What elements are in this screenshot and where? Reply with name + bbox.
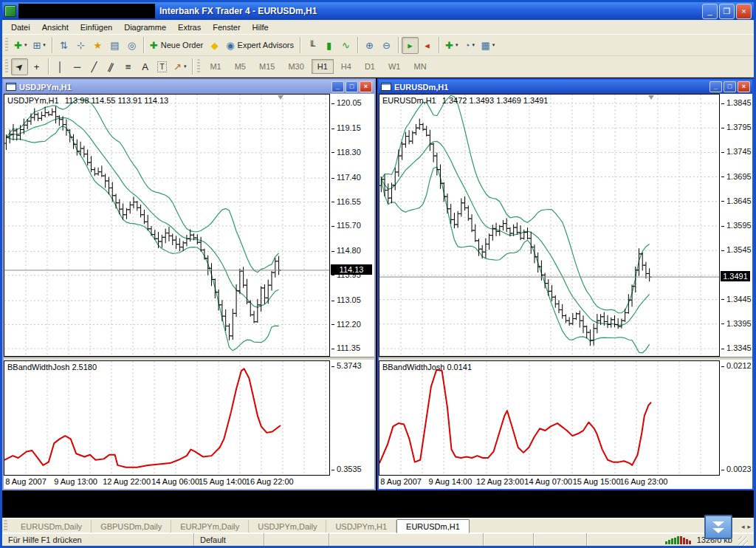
chart-window-eurusdm-h1[interactable]: EURUSDm,H1_□×EURUSDm,H11.3472 1.3493 1.3… [377,78,754,490]
periods-button[interactable]: ◔▾ [461,37,478,54]
chart-window-titlebar[interactable]: EURUSDm,H1_□× [379,80,752,94]
close-button[interactable]: × [736,4,752,19]
status-segment-1 [264,533,329,546]
zoom-out-icon: ⊖ [382,41,391,50]
resize-grip[interactable] [738,536,748,546]
timeframe-d1-button[interactable]: D1 [359,59,381,74]
timeframe-m5-button[interactable]: M5 [229,59,252,74]
timeframe-m30-button[interactable]: M30 [282,59,309,74]
neue-order-button[interactable]: ✚Neue Order [147,37,206,54]
chart-close-button[interactable]: × [738,81,750,92]
toolbar-grip[interactable] [197,59,200,74]
line-chart-button[interactable]: ∿ [337,37,354,54]
chart-close-button[interactable]: × [360,81,372,92]
trendline-button[interactable]: ╱ [86,58,103,75]
tab-eurusdm-h1[interactable]: EURUSDm,H1 [396,519,470,533]
menu-einf-gen[interactable]: Einfügen [75,21,118,33]
time-axis-label: 8 Aug 2007 [5,477,47,486]
price-tick-label: 1.3845 [721,98,752,107]
menu-fenster[interactable]: Fenster [207,21,246,33]
navigator-button[interactable]: ★ [89,37,106,54]
status-profile[interactable]: Default [193,533,264,546]
indicator-plot[interactable]: BBandWidthJosh 2.5180 [4,360,330,476]
price-plot[interactable]: EURUSDm,H11.3472 1.3493 1.3469 1.3491 [379,94,720,357]
tab-eurusdm-daily[interactable]: EURUSDm,Daily [12,520,92,532]
horizontal-line-icon: ─ [74,62,80,72]
indicator-chart-svg[interactable] [379,361,719,475]
price-plot[interactable]: USDJPYm,H1113.98 114.55 113.91 114.13 [4,94,330,357]
auto-scroll-button[interactable]: ▸ [402,37,419,54]
vertical-line-button[interactable]: │ [52,58,69,75]
scroll-down-overlay-icon[interactable] [704,515,732,539]
profiles-button[interactable]: ⊞▾ [30,37,48,54]
toolbar-grip[interactable] [5,38,8,52]
expert-advisors-label: Expert Advisors [238,41,294,49]
restore-button[interactable]: ❐ [719,4,735,19]
tabbar-grip[interactable] [4,520,7,532]
chart-window-usdjpym-h1[interactable]: USDJPYm,H1_□×USDJPYm,H1113.98 114.55 113… [2,78,376,490]
terminal-button[interactable]: ▤ [106,37,123,54]
indicator-plot[interactable]: BBandWidthJosh 0.0141 [379,360,720,476]
zoom-out-button[interactable]: ⊖ [378,37,395,54]
tab-usdjpym-h1[interactable]: USDJPYm,H1 [326,520,396,532]
zoom-in-button[interactable]: ⊕ [361,37,378,54]
menu-hilfe[interactable]: Hilfe [247,21,275,33]
chart-maximize-button[interactable]: □ [346,81,358,92]
toolbar-separator [300,37,300,53]
crosshair-button[interactable]: + [28,58,45,75]
price-chart-svg[interactable] [4,95,329,356]
timeframe-mn-button[interactable]: MN [408,59,432,74]
chart-legend: EURUSDm,H11.3472 1.3493 1.3469 1.3491 [382,96,548,105]
auto-scroll-icon: ▸ [408,41,413,50]
market-watch-button[interactable]: ⇅ [55,37,72,54]
timeframe-m15-button[interactable]: M15 [253,59,281,74]
warning-diamond-button[interactable]: ◆ [206,37,223,54]
menu-diagramme[interactable]: Diagramme [118,21,172,33]
arrows-button[interactable]: ↗▾ [171,58,189,75]
timeframe-h1-button[interactable]: H1 [312,59,334,74]
templates-button[interactable]: ▦▾ [478,37,498,54]
chart-minimize-button[interactable]: _ [331,81,344,92]
tabs-scroll-right-button[interactable]: ▸ [747,523,751,530]
data-window-button[interactable]: ⊹ [72,37,89,54]
title-bar[interactable]: Interbank FX Trader 4 - EURUSDm,H1 _ ❐ × [2,2,754,20]
indicators-button[interactable]: ✚▾ [442,37,461,54]
toolbar-grip[interactable] [5,59,8,74]
neue-order-label: Neue Order [161,41,203,49]
price-tick-label: 1.3595 [721,221,752,230]
timeframe-h4-button[interactable]: H4 [335,59,357,74]
menu-extras[interactable]: Extras [172,21,207,33]
chart-minimize-button[interactable]: _ [709,81,722,92]
chart-shift-button[interactable]: ◂ [419,37,436,54]
minimize-button[interactable]: _ [702,4,718,19]
price-chart-svg[interactable] [379,95,719,356]
tab-eurjpym-daily[interactable]: EURJPYm,Daily [171,520,249,532]
timeframe-w1-button[interactable]: W1 [382,59,407,74]
expert-advisors-button[interactable]: ◉Expert Advisors [223,37,297,54]
fibonacci-button[interactable]: ≡ [120,58,137,75]
terminal-icon: ▤ [110,41,119,50]
chart-maximize-button[interactable]: □ [724,81,736,92]
text-button[interactable]: A [137,58,154,75]
menu-ansicht[interactable]: Ansicht [36,21,75,33]
text-label-button[interactable]: T [154,58,171,75]
equidistant-channel-button[interactable]: ∥ [103,58,120,75]
chart-window-titlebar[interactable]: USDJPYm,H1_□× [4,80,374,94]
indicator-chart-svg[interactable] [4,361,329,475]
neue-order-icon: ✚ [150,41,158,50]
tab-usdjpym-daily[interactable]: USDJPYm,Daily [249,520,326,532]
candlesticks-icon: ▮ [326,41,331,50]
tabs-scroll-left-button[interactable]: ◂ [741,523,745,530]
tab-gbpusdm-daily[interactable]: GBPUSDm,Daily [92,520,171,532]
horizontal-line-button[interactable]: ─ [69,58,86,75]
bar-chart-button[interactable]: ╙ [303,37,320,54]
cursor-button[interactable]: ➤ [11,58,28,75]
menu-datei[interactable]: Datei [5,21,36,33]
candlesticks-button[interactable]: ▮ [320,37,337,54]
navigator-icon: ★ [94,41,103,50]
dropdown-arrow-icon: ▾ [24,42,27,48]
new-chart-button[interactable]: ✚▾ [11,37,30,54]
timeframe-m1-button[interactable]: M1 [204,59,227,74]
strategy-tester-button[interactable]: ◎ [123,37,140,54]
price-axis: 120.05119.15118.30117.40116.55115.70114.… [330,94,374,357]
